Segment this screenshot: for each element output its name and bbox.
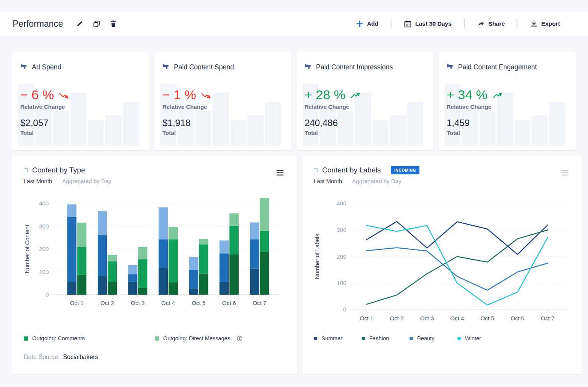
svg-text:Oct 6: Oct 6 xyxy=(222,300,236,306)
kpi-total-label: Total xyxy=(20,130,140,136)
trend-arrow-icon xyxy=(59,87,69,102)
svg-text:300: 300 xyxy=(39,223,49,230)
kpi-card-paid-content-spend: Paid Content Spend − 1 % Relative Change… xyxy=(154,52,292,150)
legend-item-outgoing-direct-messages[interactable]: Outgoing: Direct Messages xyxy=(155,335,286,341)
kpi-change-label: Relative Change xyxy=(20,103,140,110)
chart-aggregation: Aggregated by Day xyxy=(62,178,111,184)
hamburger-menu-icon xyxy=(277,170,284,176)
kpi-change-label: Relative Change xyxy=(305,103,424,110)
date-range-button[interactable]: Last 30 Days xyxy=(391,20,464,28)
kpi-change-value: + 34 % xyxy=(447,87,567,102)
svg-text:Number of Labels: Number of Labels xyxy=(314,234,320,279)
download-icon xyxy=(531,20,537,27)
svg-text:Oct 4: Oct 4 xyxy=(450,315,464,321)
plus-icon xyxy=(356,20,363,27)
svg-text:300: 300 xyxy=(337,226,346,233)
data-source-value: Socialbakers xyxy=(63,354,98,361)
date-range-label: Last 30 Days xyxy=(415,20,452,27)
stacked-bar-chart: 0100200300400Oct 1Oct 2Oct 3Oct 4Oct 5Oc… xyxy=(24,194,280,308)
legend-item-summer[interactable]: Summer xyxy=(314,335,362,341)
kpi-title: Paid Content Impressions xyxy=(316,63,393,71)
kpi-total-label: Total xyxy=(447,130,567,136)
svg-text:Oct 1: Oct 1 xyxy=(70,300,84,306)
legend-label: Fashion xyxy=(369,335,389,341)
trend-arrow-icon xyxy=(492,87,503,102)
trend-arrow-icon xyxy=(201,87,211,102)
pencil-icon xyxy=(76,20,83,27)
svg-text:0: 0 xyxy=(46,291,49,298)
legend-label: Outgoing: Comments xyxy=(32,335,85,341)
kpi-title: Ad Spend xyxy=(32,63,61,71)
share-label: Share xyxy=(488,20,505,27)
content-by-labels-card: Content by Labels INCOMING Last Month Ag… xyxy=(302,156,582,374)
line-chart: 0100200300400Oct 1Oct 2Oct 3Oct 4Oct 5Oc… xyxy=(314,194,571,324)
svg-text:Oct 5: Oct 5 xyxy=(192,300,206,306)
legend-dot xyxy=(362,337,365,340)
top-strip xyxy=(0,0,588,11)
page-header: Performance Add Last 30 Days Share Expor… xyxy=(0,11,588,36)
legend-dot xyxy=(457,337,461,340)
legend-swatch xyxy=(155,336,159,341)
legend-swatch xyxy=(24,336,28,341)
svg-text:100: 100 xyxy=(337,280,346,286)
legend-label: Beauty xyxy=(417,335,434,341)
megaphone-icon xyxy=(20,64,27,71)
kpi-card-paid-content-engagement: Paid Content Engagement + 34 % Relative … xyxy=(439,52,576,150)
svg-text:200: 200 xyxy=(337,253,346,260)
kpi-change-value: − 6 % xyxy=(20,87,140,102)
kpi-total-label: Total xyxy=(305,130,424,136)
chart-menu-button[interactable] xyxy=(275,168,286,179)
incoming-badge: INCOMING xyxy=(391,166,419,174)
info-icon[interactable] xyxy=(237,336,242,341)
legend-dot xyxy=(314,337,317,340)
legend-item-beauty[interactable]: Beauty xyxy=(409,335,457,341)
share-button[interactable]: Share xyxy=(465,20,518,27)
kpi-change-value: − 1 % xyxy=(162,87,282,102)
edit-title-button[interactable] xyxy=(74,18,85,30)
svg-text:Oct 1: Oct 1 xyxy=(360,315,373,321)
share-icon xyxy=(477,21,485,27)
chart-aggregation: Aggregated by Day xyxy=(352,178,401,184)
legend-label: Summer xyxy=(321,335,342,341)
delete-dashboard-button[interactable] xyxy=(108,18,119,30)
data-source-label: Data Source: xyxy=(24,354,59,361)
legend-item-fashion[interactable]: Fashion xyxy=(362,335,409,341)
charts-row: Content by Type Last Month Aggregated by… xyxy=(12,156,576,374)
kpi-total-value: $1,918 xyxy=(162,118,282,128)
line-chart-legend: Summer Fashion Beauty Winter xyxy=(314,335,571,341)
legend-item-winter[interactable]: Winter xyxy=(457,335,505,341)
svg-text:100: 100 xyxy=(39,269,49,275)
bar-chart-legend: Outgoing: Comments Outgoing: Direct Mess… xyxy=(24,335,286,341)
kpi-change-value: + 28 % xyxy=(305,87,424,102)
svg-text:Oct 2: Oct 2 xyxy=(100,300,114,306)
svg-text:Oct 3: Oct 3 xyxy=(131,300,145,306)
dashboard-content: Ad Spend − 6 % Relative Change $2,057 To… xyxy=(0,36,588,374)
add-button[interactable]: Add xyxy=(344,20,391,27)
kpi-total-value: $2,057 xyxy=(20,118,140,128)
duplicate-dashboard-button[interactable] xyxy=(91,18,103,30)
svg-text:200: 200 xyxy=(39,246,49,252)
kpi-total-label: Total xyxy=(162,130,282,136)
widget-type-icon xyxy=(314,168,318,172)
kpi-card-paid-content-impressions: Paid Content Impressions + 28 % Relative… xyxy=(296,52,434,150)
kpi-change-label: Relative Change xyxy=(162,103,282,110)
content-by-type-card: Content by Type Last Month Aggregated by… xyxy=(12,156,297,374)
svg-text:400: 400 xyxy=(39,200,49,207)
kpi-total-value: 240,486 xyxy=(305,118,424,128)
svg-text:Oct 7: Oct 7 xyxy=(541,315,555,321)
trash-icon xyxy=(110,20,116,27)
export-button[interactable]: Export xyxy=(518,20,573,27)
add-label: Add xyxy=(367,20,378,27)
chart-menu-button[interactable] xyxy=(560,168,571,179)
kpi-row: Ad Spend − 6 % Relative Change $2,057 To… xyxy=(12,52,576,150)
chart-period: Last Month xyxy=(314,178,342,184)
legend-label: Outgoing: Direct Messages xyxy=(163,335,230,341)
export-label: Export xyxy=(541,20,560,27)
chart-period: Last Month xyxy=(24,178,52,184)
calendar-icon xyxy=(404,20,411,28)
kpi-title: Paid Content Spend xyxy=(174,63,234,71)
legend-item-outgoing-comments[interactable]: Outgoing: Comments xyxy=(24,335,155,341)
chart-title: Content by Labels xyxy=(322,166,381,174)
svg-text:400: 400 xyxy=(337,200,346,207)
hamburger-menu-icon xyxy=(562,170,569,176)
